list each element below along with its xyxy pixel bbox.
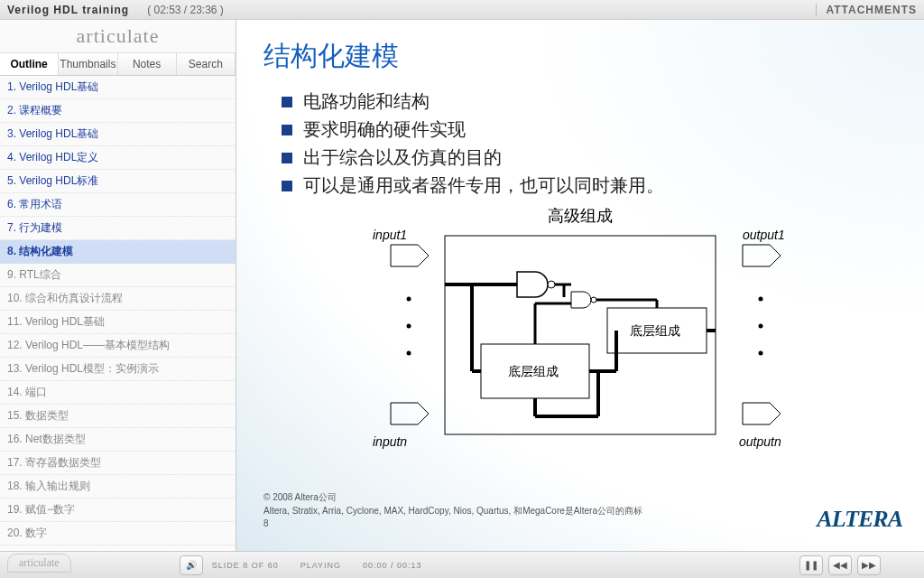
svg-point-12 <box>759 351 763 356</box>
tab-search[interactable]: Search <box>177 53 236 75</box>
slide-title: 结构化建模 <box>263 38 897 75</box>
outline-item[interactable]: 9. RTL综合 <box>0 264 236 287</box>
bullet-item: 出于综合以及仿真的目的 <box>282 145 897 170</box>
svg-text:inputn: inputn <box>373 434 407 449</box>
outline-item[interactable]: 15. 数据类型 <box>0 405 236 428</box>
app-title: Verilog HDL training <box>7 4 129 16</box>
outline-item[interactable]: 8. 结构化建模 <box>0 240 236 264</box>
brand-logo: articulate <box>0 20 236 52</box>
bullet-square-icon <box>282 125 292 135</box>
bullet-text: 电路功能和结构 <box>303 89 430 114</box>
outline-item[interactable]: 5. Verilog HDL标准 <box>0 170 236 193</box>
svg-point-4 <box>407 324 411 329</box>
outline-item[interactable]: 4. Verilog HDL定义 <box>0 146 236 170</box>
outline-item[interactable]: 21. 算子 <box>0 545 236 551</box>
outline-item[interactable]: 13. Verilog HDL模型：实例演示 <box>0 358 236 381</box>
slide-content: 结构化建模 电路功能和结构要求明确的硬件实现出于综合以及仿真的目的可以是通用或者… <box>236 20 924 551</box>
outline-item[interactable]: 19. 赋值−数字 <box>0 499 236 522</box>
volume-button[interactable]: 🔊 <box>180 555 203 575</box>
slide-footer: © 2008 Altera公司 Altera, Stratix, Arria, … <box>263 490 642 529</box>
playback-status: SLIDE 8 OF 60 PLAYING 00:00 / 00:13 <box>212 561 422 570</box>
svg-point-20 <box>591 297 596 303</box>
outline-item[interactable]: 1. Verilog HDL基础 <box>0 76 236 99</box>
outline-item[interactable]: 12. Verilog HDL——基本模型结构 <box>0 334 236 358</box>
header-time: ( 02:53 / 23:36 ) <box>147 4 224 16</box>
bullet-square-icon <box>282 97 292 107</box>
svg-point-5 <box>407 351 411 356</box>
bullet-item: 要求明确的硬件实现 <box>282 117 897 142</box>
outline-list[interactable]: 1. Verilog HDL基础2. 课程概要3. Verilog HDL基础4… <box>0 76 236 551</box>
svg-text:outputn: outputn <box>739 434 781 449</box>
tab-thumbnails[interactable]: Thumbnails <box>59 53 117 75</box>
pause-button[interactable]: ❚❚ <box>799 555 823 575</box>
outline-item[interactable]: 17. 寄存器数据类型 <box>0 452 236 475</box>
outline-item[interactable]: 7. 行为建模 <box>0 217 236 240</box>
bullet-list: 电路功能和结构要求明确的硬件实现出于综合以及仿真的目的可以是通用或者器件专用，也… <box>282 89 897 198</box>
main-area: articulate OutlineThumbnailsNotesSearch … <box>0 20 924 551</box>
tab-outline[interactable]: Outline <box>0 53 59 75</box>
svg-marker-6 <box>391 403 429 424</box>
page-number: 8 <box>263 518 642 528</box>
bullet-text: 要求明确的硬件实现 <box>303 117 466 142</box>
copyright: © 2008 Altera公司 <box>263 491 642 504</box>
outline-item[interactable]: 2. 课程概要 <box>0 99 236 123</box>
svg-marker-1 <box>391 245 429 266</box>
top-bar: Verilog HDL training ( 02:53 / 23:36 ) A… <box>0 0 924 20</box>
svg-point-3 <box>407 297 411 302</box>
svg-point-11 <box>759 324 763 329</box>
outline-item[interactable]: 11. Verilog HDL基础 <box>0 311 236 334</box>
prev-button[interactable]: ◀◀ <box>828 555 852 575</box>
svg-text:底层组成: 底层组成 <box>630 323 680 338</box>
sidebar: articulate OutlineThumbnailsNotesSearch … <box>0 20 236 551</box>
diagram-title: 高级组成 <box>263 205 897 227</box>
outline-item[interactable]: 6. 常用术语 <box>0 193 236 217</box>
sidebar-tabs: OutlineThumbnailsNotesSearch <box>0 52 236 76</box>
svg-marker-13 <box>743 403 781 424</box>
outline-item[interactable]: 14. 端口 <box>0 381 236 405</box>
altera-logo: ALTERA <box>817 506 902 533</box>
svg-text:output1: output1 <box>743 228 785 242</box>
svg-point-10 <box>759 297 763 302</box>
next-button[interactable]: ▶▶ <box>857 555 881 575</box>
attachments-link[interactable]: ATTACHMENTS <box>816 4 917 16</box>
svg-text:input1: input1 <box>373 228 407 242</box>
block-diagram: input1 inputn output1 outputn 底层组成 <box>328 227 833 452</box>
svg-marker-8 <box>743 245 781 266</box>
transport-controls: ❚❚ ◀◀ ▶▶ <box>431 555 917 575</box>
bullet-item: 可以是通用或者器件专用，也可以同时兼用。 <box>282 173 897 198</box>
bullet-text: 出于综合以及仿真的目的 <box>303 145 502 170</box>
bullet-square-icon <box>282 153 292 163</box>
trademark: Altera, Stratix, Arria, Cyclone, MAX, Ha… <box>263 505 642 517</box>
svg-text:底层组成: 底层组成 <box>508 364 559 378</box>
tab-notes[interactable]: Notes <box>118 53 177 75</box>
outline-item[interactable]: 20. 数字 <box>0 522 236 545</box>
bottom-bar: articulate 🔊 SLIDE 8 OF 60 PLAYING 00:00… <box>0 551 924 578</box>
bullet-item: 电路功能和结构 <box>282 89 897 114</box>
bullet-square-icon <box>282 181 292 191</box>
diagram-area: 高级组成 input1 inputn output1 outputn <box>263 205 897 455</box>
outline-item[interactable]: 18. 输入输出规则 <box>0 475 236 499</box>
bullet-text: 可以是通用或者器件专用，也可以同时兼用。 <box>303 173 664 198</box>
brand-small[interactable]: articulate <box>7 554 71 573</box>
svg-point-19 <box>548 281 555 288</box>
outline-item[interactable]: 16. Net数据类型 <box>0 428 236 452</box>
outline-item[interactable]: 3. Verilog HDL基础 <box>0 123 236 146</box>
outline-item[interactable]: 10. 综合和仿真设计流程 <box>0 287 236 311</box>
